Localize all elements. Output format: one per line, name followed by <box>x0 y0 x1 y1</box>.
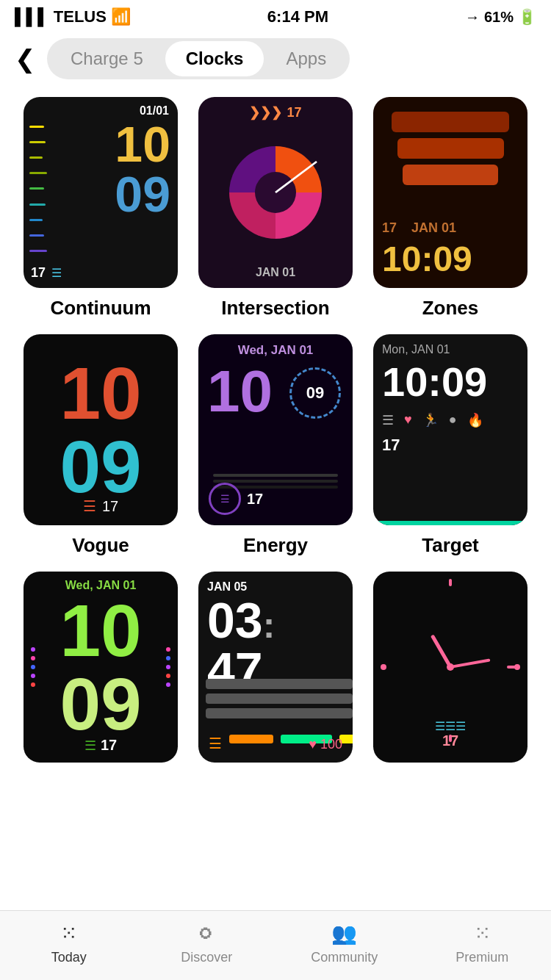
intersection-steps: ❯❯❯ 17 <box>198 104 353 120</box>
signal-icon: ▌▌▌ <box>15 7 49 26</box>
continuum-chevrons: ☰ <box>51 266 62 280</box>
intersection-label: Intersection <box>221 297 329 320</box>
nav-bar: ❮ Charge 5 Clocks Apps <box>0 31 551 90</box>
clock-face-intersection: ❯❯❯ 17 JAN 01 <box>198 97 353 288</box>
confetti-chevrons: ☰ <box>84 738 96 754</box>
continuum-steps: 17 ☰ <box>31 265 62 281</box>
status-carrier: ▌▌▌ TELUS 📶 <box>15 7 131 26</box>
bars-hour: 03: <box>207 595 275 645</box>
tab-discover[interactable]: ⭘ Discover <box>138 921 276 965</box>
target-date: Mon, JAN 01 <box>382 343 519 356</box>
clock-item-vogue[interactable]: 10 09 ☰ 17 Vogue <box>21 334 181 557</box>
continuum-hour: 10 <box>115 119 170 169</box>
confetti-steps: ☰ 17 <box>84 737 117 754</box>
analog-dash-right <box>507 666 519 669</box>
tab-switcher: Charge 5 Clocks Apps <box>47 38 350 79</box>
energy-steps: ☰ 17 <box>209 483 263 515</box>
vogue-hour: 10 <box>60 356 141 430</box>
vogue-label: Vogue <box>72 534 129 557</box>
clock-face-vogue: 10 09 ☰ 17 <box>24 334 178 525</box>
clock-face-continuum: 01/01 10 09 17 ☰ <box>24 97 178 288</box>
bottom-tab-bar: ⁙ Today ⭘ Discover 👥 Community ⁙ Premium <box>0 910 551 980</box>
confetti-date: Wed, JAN 01 <box>65 579 137 592</box>
confetti-min: 09 <box>60 667 141 741</box>
tab-community[interactable]: 👥 Community <box>276 921 414 965</box>
clock-item-bars[interactable]: JAN 05 03: 47 ☰ ♥ 100 <box>195 572 356 771</box>
clock-item-intersection[interactable]: ❯❯❯ 17 JAN 01 Intersection <box>195 97 356 320</box>
back-button[interactable]: ❮ <box>15 44 35 73</box>
clock-face-confetti: Wed, JAN 01 10 09 ☰ 17 <box>24 572 178 763</box>
clock-item-continuum[interactable]: 01/01 10 09 17 ☰ Continuum <box>21 97 181 320</box>
zones-bars <box>373 112 527 185</box>
target-icons: ☰ ♥ 🏃 ● 🔥 <box>382 412 519 428</box>
analog-steps: ☰☰☰ <box>435 719 466 733</box>
premium-label: Premium <box>455 950 508 965</box>
bars-time: 03: <box>207 595 344 645</box>
premium-icon: ⁙ <box>474 921 491 945</box>
bars-chevrons: ☰ <box>209 735 222 752</box>
zones-time: 10:09 <box>382 239 519 279</box>
energy-step-count: 17 <box>247 491 263 508</box>
continuum-digits: 10 09 <box>115 119 170 219</box>
tab-today[interactable]: ⁙ Today <box>0 921 138 965</box>
intersection-chevrons: ❯❯❯ <box>249 104 282 120</box>
tab-charge5[interactable]: Charge 5 <box>50 41 164 76</box>
vogue-min: 09 <box>60 430 141 503</box>
intersection-pie <box>224 141 327 244</box>
battery-percent: 61% <box>484 9 514 26</box>
vogue-chevrons: ☰ <box>83 497 96 515</box>
target-heart-icon: ♥ <box>404 412 412 428</box>
carrier-name: TELUS <box>54 7 107 26</box>
clock-face-zones: 17 JAN 01 10:09 <box>373 97 527 288</box>
clock-item-target[interactable]: Mon, JAN 01 10:09 ☰ ♥ 🏃 ● 🔥 17 Target <box>370 334 530 557</box>
tab-apps[interactable]: Apps <box>265 41 347 76</box>
continuum-lines <box>29 119 47 259</box>
clock-item-analog[interactable]: ☰☰☰ 17 <box>370 572 530 771</box>
continuum-label: Continuum <box>50 297 151 320</box>
tab-premium[interactable]: ⁙ Premium <box>414 921 552 965</box>
today-label: Today <box>51 950 87 965</box>
bars-decoration <box>206 679 353 718</box>
energy-min: 09 <box>289 367 341 419</box>
clock-grid: 01/01 10 09 17 ☰ Continuum <box>0 90 551 786</box>
energy-label: Energy <box>243 534 308 557</box>
community-label: Community <box>311 950 378 965</box>
analog-min-hand <box>450 658 491 668</box>
bars-orange <box>229 735 273 743</box>
clock-face-energy: Wed, JAN 01 10 09 ☰ 17 <box>198 334 353 525</box>
target-location-icon: ● <box>449 412 457 428</box>
analog-hands <box>406 623 494 711</box>
confetti-hour: 10 <box>60 594 141 667</box>
intersection-step-count: 17 <box>287 105 301 120</box>
tab-clocks[interactable]: Clocks <box>165 41 264 76</box>
energy-hour: 10 <box>207 362 273 421</box>
target-chevron-icon: ☰ <box>382 412 394 428</box>
target-progress <box>373 521 527 525</box>
discover-label: Discover <box>181 950 232 965</box>
community-icon: 👥 <box>331 921 357 945</box>
clock-item-energy[interactable]: Wed, JAN 01 10 09 ☰ 17 Energy <box>195 334 356 557</box>
clock-item-confetti[interactable]: Wed, JAN 01 10 09 ☰ 17 <box>21 572 181 771</box>
status-right: → 61% 🔋 <box>465 8 536 26</box>
clock-face-bars: JAN 05 03: 47 ☰ ♥ 100 <box>198 572 353 763</box>
confetti-dots-left <box>31 572 35 763</box>
clock-item-zones[interactable]: 17 JAN 01 10:09 Zones <box>370 97 530 320</box>
energy-circle: ☰ <box>209 483 241 515</box>
battery-icon: 🔋 <box>518 8 536 26</box>
continuum-min: 09 <box>115 169 170 219</box>
target-run-icon: 🏃 <box>422 412 439 428</box>
target-steps: 17 <box>382 436 519 455</box>
analog-dot-left <box>381 664 386 670</box>
analog-center <box>447 663 454 671</box>
today-icon: ⁙ <box>60 921 77 945</box>
target-time: 10:09 <box>382 359 519 405</box>
wifi-icon: 📶 <box>111 7 131 26</box>
clock-face-target: Mon, JAN 01 10:09 ☰ ♥ 🏃 ● 🔥 17 <box>373 334 527 525</box>
location-icon: → <box>465 9 480 26</box>
target-label: Target <box>422 534 479 557</box>
energy-date: Wed, JAN 01 <box>207 343 344 358</box>
confetti-dots-right <box>166 572 170 763</box>
analog-tick-top <box>449 579 452 586</box>
zones-date: 17 JAN 01 <box>382 220 519 236</box>
discover-icon: ⭘ <box>196 921 217 945</box>
